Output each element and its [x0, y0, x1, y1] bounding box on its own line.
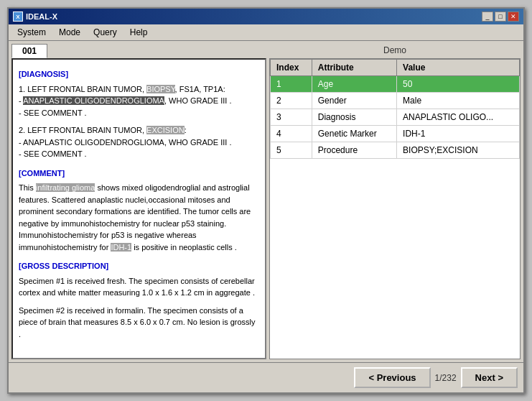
title-bar-text: X IDEAL-X	[13, 11, 57, 22]
gross-section: [GROSS DESCRIPTION] Specimen #1 is recei…	[19, 260, 259, 340]
diagnosis-para-1: 1. LEFT FRONTAL BRAIN TUMOR, BIOPSY, FS1…	[19, 83, 259, 119]
content-area: 001 [DIAGNOSIS] 1. LEFT FRONTAL BRAIN TU…	[9, 41, 523, 362]
cell-attribute: Genetic Marker	[312, 126, 396, 142]
comment-header: [COMMENT]	[19, 167, 259, 180]
col-index: Index	[271, 60, 312, 76]
maximize-button[interactable]: □	[495, 11, 506, 22]
table-header-row: Index Attribute Value	[271, 60, 520, 76]
cell-attribute: Procedure	[312, 142, 396, 159]
title-bar: X IDEAL-X _ □ ✕	[9, 9, 523, 24]
diagnosis-para-2: 2. LEFT FRONTAL BRAIN TUMOR, EXCISION: -…	[19, 124, 259, 160]
menu-help[interactable]: Help	[124, 26, 154, 39]
menu-query[interactable]: Query	[88, 26, 123, 39]
biopsy-highlight: BIOPSY	[146, 85, 175, 93]
gross-para-1: Specimen #1 is received fresh. The speci…	[19, 275, 259, 299]
menu-system[interactable]: System	[11, 26, 52, 39]
cell-index: 4	[271, 126, 312, 142]
table-row[interactable]: 4Genetic MarkerIDH-1	[271, 126, 520, 142]
cell-index: 1	[271, 76, 312, 93]
menu-mode[interactable]: Mode	[53, 26, 86, 39]
cell-attribute: Gender	[312, 93, 396, 109]
cell-index: 2	[271, 93, 312, 109]
window-title: IDEAL-X	[26, 12, 57, 21]
tab-001[interactable]: 001	[11, 44, 47, 58]
cell-index: 5	[271, 142, 312, 159]
cell-value: 50	[397, 76, 520, 93]
diagnosis-header: [DIAGNOSIS]	[19, 68, 259, 80]
page-indicator: 1/232	[435, 373, 457, 383]
demo-header: Demo	[269, 44, 521, 58]
data-table: Index Attribute Value 1Age502GenderMale3…	[269, 58, 521, 359]
table-row[interactable]: 1Age50	[271, 76, 520, 93]
comment-section: [COMMENT] This infiltrating glioma shows…	[19, 167, 259, 254]
cell-attribute: Age	[312, 76, 396, 93]
comment-text: This infiltrating glioma shows mixed oli…	[19, 182, 259, 253]
gross-para-2: Specimen #2 is received in formalin. The…	[19, 305, 259, 341]
cell-value: ANAPLASTIC OLIGO...	[397, 109, 520, 126]
anaplastic-highlight-1: ANAPLASTIC OLIGODENDROGLIOMA	[23, 96, 164, 105]
idh1-highlight: IDH-1	[111, 243, 131, 252]
col-value: Value	[397, 60, 520, 76]
table-row[interactable]: 3DiagnosisANAPLASTIC OLIGO...	[271, 109, 520, 126]
title-bar-controls: _ □ ✕	[482, 11, 519, 22]
diagnosis-section: [DIAGNOSIS] 1. LEFT FRONTAL BRAIN TUMOR,…	[19, 68, 259, 160]
text-area-container: [DIAGNOSIS] 1. LEFT FRONTAL BRAIN TUMOR,…	[11, 58, 266, 359]
menu-bar: System Mode Query Help	[9, 24, 523, 41]
table-row[interactable]: 5ProcedureBIOPSY;EXCISION	[271, 142, 520, 159]
cell-value: Male	[397, 93, 520, 109]
bottom-bar: < Previous 1/232 Next >	[9, 362, 523, 392]
app-icon: X	[13, 11, 23, 22]
minimize-button[interactable]: _	[482, 11, 493, 22]
left-panel: 001 [DIAGNOSIS] 1. LEFT FRONTAL BRAIN TU…	[11, 44, 266, 359]
next-button[interactable]: Next >	[461, 367, 518, 388]
cell-attribute: Diagnosis	[312, 109, 396, 126]
right-panel: Demo Index Attribute Value 1Age502Gender…	[269, 44, 521, 359]
cell-value: BIOPSY;EXCISION	[397, 142, 520, 159]
infiltrating-highlight: infiltrating glioma	[36, 183, 95, 192]
previous-button[interactable]: < Previous	[354, 367, 430, 388]
col-attribute: Attribute	[312, 60, 396, 76]
gross-header: [GROSS DESCRIPTION]	[19, 260, 259, 272]
cell-index: 3	[271, 109, 312, 126]
text-scroll[interactable]: [DIAGNOSIS] 1. LEFT FRONTAL BRAIN TUMOR,…	[13, 60, 265, 358]
excision-highlight: EXCISION	[146, 126, 185, 134]
cell-value: IDH-1	[397, 126, 520, 142]
close-button[interactable]: ✕	[508, 11, 519, 22]
tabs-bar: 001	[11, 44, 266, 58]
table-row[interactable]: 2GenderMale	[271, 93, 520, 109]
main-window: X IDEAL-X _ □ ✕ System Mode Query Help 0…	[7, 7, 525, 394]
